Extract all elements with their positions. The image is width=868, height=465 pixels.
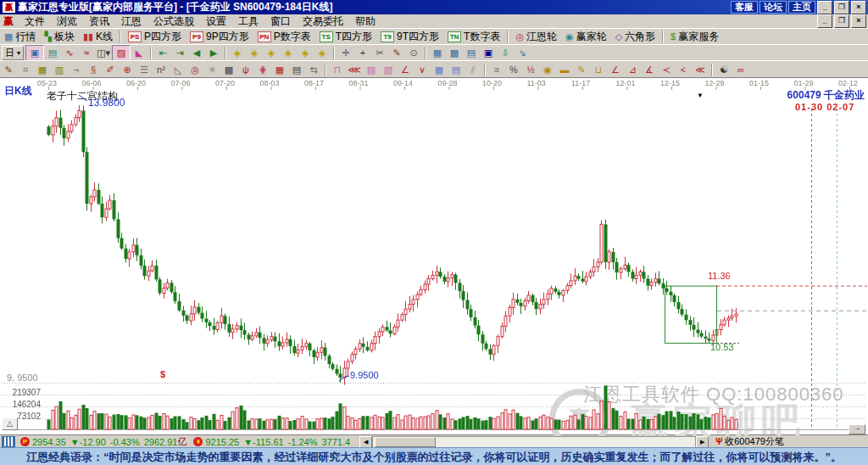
infinity-icon[interactable]: ∞ — [732, 63, 749, 77]
kline-red-icon[interactable]: ▨ — [112, 45, 131, 61]
info-panel-icon[interactable]: ▤ — [44, 46, 61, 60]
p-table-button[interactable]: PNP数字表 — [253, 30, 315, 44]
gold-bar-icon[interactable]: ▬ — [556, 63, 573, 77]
title-bar[interactable]: 赢 赢家江恩专业版[赢家内部服务平台] - [千金药业 SN600479-184… — [0, 0, 868, 14]
star-rays-icon[interactable]: ✳ — [203, 63, 220, 77]
n-square-icon[interactable]: n² — [153, 63, 170, 77]
menu-0[interactable]: 文件 — [19, 14, 51, 28]
restore-button[interactable]: ❐ — [834, 1, 849, 14]
menu-2[interactable]: 资讯 — [83, 14, 115, 28]
hash-grid-icon[interactable]: ⌗ — [17, 63, 34, 77]
close-button[interactable]: × — [851, 1, 866, 14]
angle-1x2-icon[interactable]: ⊿ — [624, 63, 641, 77]
wave-v-icon[interactable]: ∨ — [414, 63, 431, 77]
angle-2x1-icon[interactable]: ≪ — [692, 63, 709, 77]
zoom-v-icon[interactable]: ◈ — [280, 46, 297, 60]
scroll-right-button[interactable]: → — [849, 424, 865, 434]
scrollbar-thumb[interactable] — [375, 437, 436, 447]
hand-tool-icon[interactable]: ✛ — [337, 46, 354, 60]
calculator-icon[interactable]: ▩ — [446, 46, 463, 60]
wave-small-icon[interactable]: ∿ — [61, 46, 78, 60]
circle-cross-icon[interactable]: ⊕ — [119, 63, 136, 77]
spiral-tool-icon[interactable]: § — [85, 63, 102, 77]
last-page-icon[interactable]: ⇥ — [171, 46, 188, 60]
draw-flag-icon[interactable]: ◣ — [131, 46, 147, 60]
gold-pen-icon[interactable]: ✎ — [573, 63, 590, 77]
doc-restore-button[interactable]: ❐ — [834, 14, 849, 28]
add-text-icon[interactable]: + — [354, 46, 371, 60]
zoom-h-icon[interactable]: ◈ — [263, 46, 280, 60]
angle-1x4-icon[interactable]: ≺ — [658, 63, 675, 77]
ruler-lines-icon[interactable]: ☰ — [136, 63, 153, 77]
t-table-button[interactable]: TNT数字表 — [443, 30, 504, 44]
angle-1x3-icon[interactable]: ∡ — [641, 63, 658, 77]
menu-5[interactable]: 设置 — [200, 14, 232, 28]
grid-blue-a-icon[interactable]: ▦ — [431, 63, 448, 77]
cut-tool-icon[interactable]: ✂ — [371, 46, 388, 60]
candle-style-icon[interactable]: ◫▾ — [95, 46, 112, 60]
p-square-button[interactable]: PSP四方形 — [124, 30, 186, 44]
menu-8[interactable]: 交易委托 — [297, 14, 349, 28]
prev-bar-icon[interactable]: ◀ — [188, 46, 205, 60]
zoom-reset-icon[interactable]: ◈ — [314, 46, 331, 60]
cycle-tool-icon[interactable]: ⊓ — [329, 63, 346, 77]
winner-service-button[interactable]: $赢家服务 — [666, 30, 723, 44]
chart-area[interactable]: 赢 江恩工具软件 QQ:100800360 赢家聊吧 日K线 老子十二宫结构 1… — [0, 77, 868, 435]
scrollbar-right-button[interactable]: ▶ — [696, 436, 709, 448]
doc-close-button[interactable]: × — [851, 14, 866, 28]
angle-1x1-icon[interactable]: ∠ — [607, 63, 624, 77]
grid-blue-b-icon[interactable]: ▤ — [448, 63, 465, 77]
diag-lines-icon[interactable]: ⫽ — [465, 63, 481, 77]
ratio-lines-icon[interactable]: ≡ — [488, 63, 505, 77]
box-pink-icon[interactable]: ▨ — [363, 63, 380, 77]
winner-wheel-button[interactable]: ◉赢家轮 — [561, 30, 611, 44]
notes-icon[interactable]: ▤ — [463, 46, 480, 60]
gann-wheel-button[interactable]: ◎江恩轮 — [511, 30, 561, 44]
zoom-out-icon[interactable]: ◈ — [229, 46, 246, 60]
minimize-button[interactable]: _ — [817, 1, 832, 14]
chart-window-icon[interactable]: ▣ — [25, 45, 44, 61]
period-dropdown[interactable]: 日▾ — [2, 46, 24, 60]
fan-red-icon[interactable]: ⋘ — [346, 63, 363, 77]
9p-square-button[interactable]: P99P四方形 — [186, 30, 253, 44]
menu-3[interactable]: 江恩 — [115, 14, 147, 28]
target-circle-icon[interactable]: ◎ — [186, 63, 203, 77]
t-square-button[interactable]: TST四方形 — [315, 30, 376, 44]
volume-pane-toggle-button[interactable]: △ — [2, 417, 18, 430]
kline-button[interactable]: ▮▮K线 — [79, 30, 117, 44]
sectors-button[interactable]: ▚板块 — [40, 30, 78, 44]
zoom-expand-icon[interactable]: ◈ — [297, 46, 314, 60]
gold-box-icon[interactable]: ⊔ — [590, 63, 607, 77]
data-export-icon[interactable]: ⇩ — [497, 46, 514, 60]
grid-red2-icon[interactable]: ▦ — [271, 63, 288, 77]
save-icon[interactable]: ▣ — [480, 46, 497, 60]
9t-square-button[interactable]: T99T四方形 — [376, 30, 443, 44]
wave-big-icon[interactable]: ≈ — [78, 46, 95, 60]
gold-circle-icon[interactable]: ◉ — [539, 63, 556, 77]
quotes-button[interactable]: ▦行情 — [0, 30, 40, 44]
grid-red-icon[interactable]: ⋕ — [254, 63, 271, 77]
gann-flag-icon[interactable]: ¬ — [68, 63, 85, 77]
percent-tool-icon[interactable]: % — [505, 63, 522, 77]
horizontal-scrollbar[interactable]: ◀ ▶ — [359, 436, 709, 448]
menu-7[interactable]: 窗口 — [264, 14, 297, 28]
doc-minimize-button[interactable]: _ — [817, 14, 832, 28]
grid-x-icon[interactable]: ▤ — [288, 63, 305, 77]
gann-grid-b-icon[interactable]: ▥ — [51, 63, 68, 77]
scrollbar-left-button[interactable]: ◀ — [359, 436, 372, 448]
angle-1x8-icon[interactable]: < — [675, 63, 692, 77]
service-button[interactable]: 客服 — [731, 1, 758, 14]
data-import-icon[interactable]: ⇘ — [514, 46, 531, 60]
taiji-icon[interactable]: ☯ — [715, 63, 732, 77]
next-bar-icon[interactable]: ▶ — [205, 46, 222, 60]
kline-volume-canvas[interactable] — [0, 78, 868, 435]
first-page-icon[interactable]: ⇤ — [154, 46, 171, 60]
grid-dark-icon[interactable]: ▩ — [220, 63, 237, 77]
angle-tool-icon[interactable]: ◺ — [170, 63, 186, 77]
menu-6[interactable]: 工具 — [232, 14, 264, 28]
forum-button[interactable]: 论坛 — [760, 1, 787, 14]
menu-4[interactable]: 公式选股 — [147, 14, 200, 28]
edit-pen-icon[interactable]: ✎ — [388, 46, 405, 60]
zoom-in-icon[interactable]: ◈ — [246, 46, 263, 60]
gann-grid-a-icon[interactable]: ▦ — [34, 63, 51, 77]
